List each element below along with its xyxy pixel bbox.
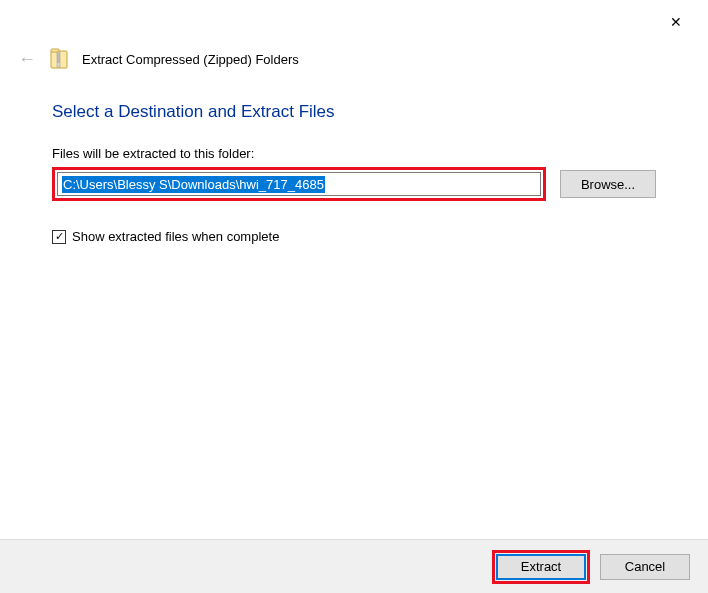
dialog-footer: Extract Cancel (0, 539, 708, 593)
svg-rect-1 (51, 49, 59, 52)
window-title: Extract Compressed (Zipped) Folders (82, 52, 299, 67)
titlebar: ✕ (0, 0, 708, 40)
annotation-highlight-extract: Extract (492, 550, 590, 584)
show-files-checkbox-row: ✓ Show extracted files when complete (52, 229, 656, 244)
close-icon: ✕ (670, 14, 682, 30)
destination-path-selected-text: C:\Users\Blessy S\Downloads\hwi_717_4685 (62, 176, 325, 193)
annotation-highlight-path: C:\Users\Blessy S\Downloads\hwi_717_4685 (52, 167, 546, 201)
destination-row: C:\Users\Blessy S\Downloads\hwi_717_4685… (52, 167, 656, 201)
cancel-button[interactable]: Cancel (600, 554, 690, 580)
page-heading: Select a Destination and Extract Files (52, 102, 656, 122)
close-button[interactable]: ✕ (656, 8, 696, 36)
dialog-content: Select a Destination and Extract Files F… (0, 78, 708, 244)
extract-button[interactable]: Extract (496, 554, 586, 580)
show-files-label: Show extracted files when complete (72, 229, 279, 244)
check-icon: ✓ (55, 231, 64, 242)
destination-path-input[interactable]: C:\Users\Blessy S\Downloads\hwi_717_4685 (57, 172, 541, 196)
browse-button[interactable]: Browse... (560, 170, 656, 198)
show-files-checkbox[interactable]: ✓ (52, 230, 66, 244)
destination-label: Files will be extracted to this folder: (52, 146, 656, 161)
dialog-header: ← Extract Compressed (Zipped) Folders (0, 40, 708, 78)
back-arrow-icon: ← (18, 49, 36, 70)
zip-folder-icon (50, 48, 68, 70)
